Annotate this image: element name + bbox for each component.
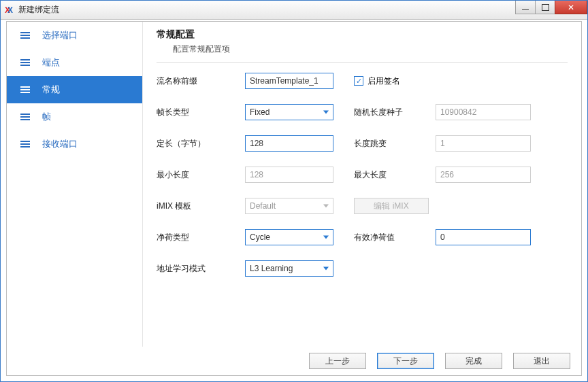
footer: 上一步 下一步 完成 退出 <box>7 347 581 375</box>
sidebar-item-select-port[interactable]: 选择端口 <box>7 22 142 49</box>
payload-type-select[interactable]: Cycle <box>245 229 333 245</box>
select-value: Cycle <box>250 232 270 242</box>
minimize-button[interactable] <box>515 1 536 14</box>
window-title: 新建绑定流 <box>18 4 59 16</box>
menu-icon <box>20 114 30 120</box>
menu-icon <box>20 32 30 39</box>
sidebar-item-frame[interactable]: 帧 <box>7 103 142 131</box>
menu-icon <box>20 86 30 93</box>
sidebar-item-label: 选择端口 <box>42 29 78 41</box>
finish-button[interactable]: 完成 <box>445 353 502 369</box>
exit-button[interactable]: 退出 <box>513 353 570 369</box>
len-hop-input <box>436 135 531 152</box>
sidebar-item-label: 常规 <box>42 84 60 96</box>
next-button[interactable]: 下一步 <box>377 353 434 369</box>
min-len-input <box>245 167 333 183</box>
content-area: 选择端口 端点 常规 帧 接收端口 常规配置 配置常规配置项 <box>6 21 582 376</box>
enable-sign-checkbox[interactable]: ✓ <box>354 76 363 86</box>
max-len-input <box>436 167 531 183</box>
menu-icon <box>20 141 30 147</box>
label-len-hop: 长度跳变 <box>354 138 436 150</box>
label-valid-payload: 有效净荷值 <box>354 232 436 243</box>
close-button[interactable] <box>555 1 587 14</box>
sidebar-item-endpoint[interactable]: 端点 <box>7 49 142 76</box>
chevron-down-icon <box>323 267 329 271</box>
label-frame-len-type: 帧长类型 <box>157 107 245 118</box>
divider <box>157 62 568 63</box>
window-controls <box>516 1 587 14</box>
sidebar-item-label: 端点 <box>42 56 60 69</box>
label-rand-seed: 随机长度种子 <box>354 107 436 118</box>
fixed-len-input[interactable] <box>245 135 333 152</box>
app-icon: XX <box>3 5 14 16</box>
chevron-down-icon <box>323 205 329 208</box>
label-fixed-len: 定长（字节） <box>157 138 245 150</box>
dialog-window: XX 新建绑定流 选择端口 端点 常规 帧 <box>0 0 588 382</box>
label-addr-learn: 地址学习模式 <box>157 263 245 275</box>
select-value: Default <box>250 201 276 211</box>
frame-len-type-select[interactable]: Fixed <box>245 104 333 120</box>
page-subtitle: 配置常规配置项 <box>173 44 568 55</box>
maximize-button[interactable] <box>535 1 555 14</box>
sidebar-item-rx-port[interactable]: 接收端口 <box>7 131 142 158</box>
label-imix-tmpl: iMIX 模板 <box>157 201 245 212</box>
title-bar[interactable]: XX 新建绑定流 <box>1 1 587 20</box>
select-value: L3 Learning <box>250 264 293 273</box>
sidebar: 选择端口 端点 常规 帧 接收端口 <box>7 22 143 347</box>
rand-seed-input <box>436 104 531 120</box>
select-value: Fixed <box>250 107 270 117</box>
sidebar-item-general[interactable]: 常规 <box>7 76 142 103</box>
sidebar-item-label: 帧 <box>42 111 51 123</box>
label-max-len: 最大长度 <box>354 169 436 181</box>
label-enable-sign: 启用签名 <box>368 75 400 87</box>
chevron-down-icon <box>323 236 329 239</box>
menu-icon <box>20 59 30 66</box>
label-min-len: 最小长度 <box>157 169 245 181</box>
chevron-down-icon <box>323 111 329 114</box>
imix-tmpl-select: Default <box>245 198 333 214</box>
valid-payload-input[interactable] <box>436 229 531 245</box>
label-payload-type: 净荷类型 <box>157 232 245 243</box>
main-panel: 常规配置 配置常规配置项 流名称前缀 ✓ 启用签名 帧长类型 Fixed <box>143 22 581 347</box>
edit-imix-button: 编辑 iMIX <box>354 198 429 214</box>
back-button[interactable]: 上一步 <box>309 353 366 369</box>
label-stream-prefix: 流名称前缀 <box>157 75 245 87</box>
stream-prefix-input[interactable] <box>245 73 333 89</box>
sidebar-item-label: 接收端口 <box>42 138 78 150</box>
page-title: 常规配置 <box>157 29 568 41</box>
addr-learn-select[interactable]: L3 Learning <box>245 260 333 277</box>
